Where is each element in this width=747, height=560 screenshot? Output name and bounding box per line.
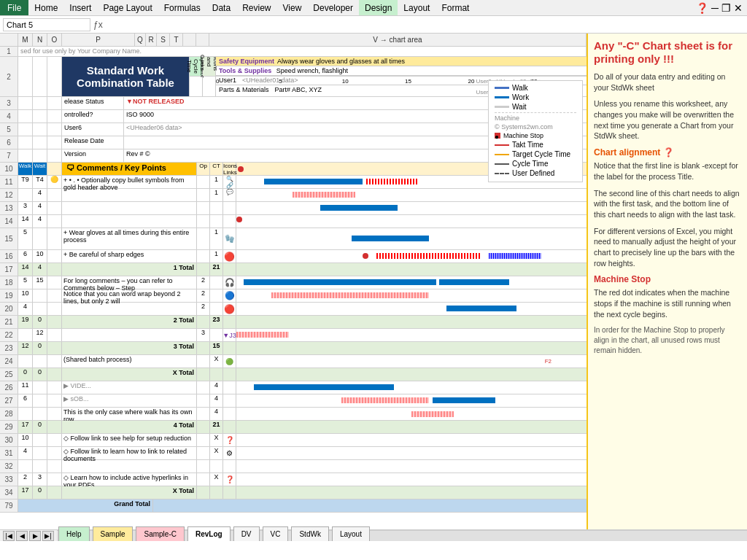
r11-t4: T4 xyxy=(33,176,47,188)
legend-walk: Walk xyxy=(495,84,576,92)
close-icon[interactable]: ✕ xyxy=(734,2,743,14)
r18-bar2 xyxy=(439,279,509,285)
r22-bar1 xyxy=(236,332,289,338)
row-31: 31 4 ◇ Follow link to learn how to link … xyxy=(0,447,587,460)
legend-wait-line xyxy=(495,106,509,108)
horizontal-scrollbar[interactable]: |◀ ◀ ▶ ▶| Help Sample Sample-C RevLog DV… xyxy=(0,529,747,541)
chart-alignment-help-icon[interactable]: ❓ xyxy=(663,147,674,158)
menu-data[interactable]: Data xyxy=(206,0,236,15)
menu-view[interactable]: View xyxy=(277,0,308,15)
r11-comment: + • . • Optionally copy bullet symbols f… xyxy=(62,176,197,188)
r19-comment: Notice that you can word wrap beyond 2 l… xyxy=(62,289,197,302)
row-27: 27 6 ▶ sOB... 4 xyxy=(0,394,587,408)
r16-comment: + Be careful of sharp edges xyxy=(62,250,197,262)
menu-page-layout[interactable]: Page Layout xyxy=(97,0,158,15)
row-18: 18 5 15 For long comments – you can refe… xyxy=(0,276,587,289)
r31-chart xyxy=(236,447,587,459)
row-num-1: 1 xyxy=(0,47,18,56)
info-panel: Any "-C" Chart sheet is for printing onl… xyxy=(587,34,747,529)
tools-value: Speed wrench, flashlight xyxy=(276,67,348,74)
r11-bar-hatch xyxy=(366,179,419,184)
r27-bar1 xyxy=(341,397,429,403)
r14-chart xyxy=(236,215,587,228)
r33-icon: ❓ xyxy=(223,473,236,486)
user6-label: User6 xyxy=(62,123,124,136)
row-14: 14 14 4 xyxy=(0,215,587,228)
tab-bar: Help Sample Sample-C RevLog DV VC StdWk … xyxy=(57,530,747,541)
legend-cycle: Cycle Time xyxy=(495,160,576,168)
release-status-label: elease Status xyxy=(62,97,124,109)
machine-stop-title: Machine Stop xyxy=(594,274,741,284)
legend-copyright: © Systems2wn.com xyxy=(495,123,576,131)
tools-label: Tools & Supplies xyxy=(219,67,271,74)
info-title: Any "-C" Chart sheet is for printing onl… xyxy=(594,39,741,66)
row-23: 23 12 0 3 Total 15 xyxy=(0,342,587,355)
takt-indicator xyxy=(238,166,244,172)
r29-chart xyxy=(236,421,587,433)
legend-machine-label: Machine xyxy=(495,112,576,122)
menu-design[interactable]: Design xyxy=(359,0,398,15)
r20-bar xyxy=(446,306,516,311)
r19-bar xyxy=(271,292,429,298)
scale-5: 5 xyxy=(279,78,282,85)
cell-2-m xyxy=(18,57,33,96)
col-m: M xyxy=(18,34,33,46)
file-button[interactable]: File xyxy=(0,0,28,15)
r11-ct: 1 xyxy=(210,176,223,188)
row-17: 17 14 4 1 Total 21 xyxy=(0,263,587,276)
icons-links-label: Icons and Links xyxy=(203,57,216,76)
menu-home[interactable]: Home xyxy=(28,0,63,15)
r18-bar1 xyxy=(244,279,436,285)
chart-alignment-title: Chart alignment ❓ xyxy=(594,147,741,158)
r18-comment: For long comments – you can refer to Com… xyxy=(62,276,197,289)
r13-comment xyxy=(62,202,197,214)
r27-bar2 xyxy=(433,397,495,403)
r11-icons-links: 🔍🔗💬 xyxy=(223,176,236,188)
info-p3: Notice that the first line is blank -exc… xyxy=(594,160,741,182)
ops-col xyxy=(190,77,203,96)
menu-developer[interactable]: Developer xyxy=(307,0,359,15)
menu-format[interactable]: Format xyxy=(436,0,475,15)
r11-bar-work xyxy=(264,179,362,184)
r24-comment: (Shared batch process) xyxy=(62,355,197,368)
comments-header: 🗨 Comments / Key Points xyxy=(62,163,197,175)
menu-formulas[interactable]: Formulas xyxy=(158,0,206,15)
r23-total: 3 Total xyxy=(62,342,197,354)
minimize-icon[interactable]: ─ xyxy=(711,2,719,14)
help-icon[interactable]: ❓ xyxy=(696,2,708,14)
row-19: 19 10 Notice that you can word wrap beyo… xyxy=(0,289,587,303)
r16-dot xyxy=(363,253,368,259)
formula-bar: ƒx xyxy=(0,16,747,34)
icons-links-header: Icons Links xyxy=(223,163,236,175)
r24-chart: F2 xyxy=(236,355,587,368)
last-sheet-button[interactable]: ▶| xyxy=(42,531,54,541)
menu-layout[interactable]: Layout xyxy=(398,0,436,15)
menu-review[interactable]: Review xyxy=(236,0,276,15)
chart-header-area: Safety Equipment Always wear gloves and … xyxy=(216,57,587,76)
r24-icon: 🟢 xyxy=(223,355,236,368)
legend-takt-line xyxy=(495,144,509,146)
row-28: 28 This is the only case where walk has … xyxy=(0,408,587,421)
col-chart: V → chart area xyxy=(209,34,587,46)
col-p: P xyxy=(62,34,135,46)
legend-work: Work xyxy=(495,93,576,101)
r22-icon: ▼J3 xyxy=(223,329,236,341)
row-1-content: sed for use only by Your Company Name. xyxy=(18,47,587,56)
menu-insert[interactable]: Insert xyxy=(63,0,97,15)
nav-arrows: |◀ ◀ ▶ ▶| xyxy=(0,531,57,541)
r19-icon: 🔵 xyxy=(223,289,236,302)
name-box[interactable] xyxy=(3,18,90,31)
function-icon: ƒx xyxy=(93,20,103,30)
r11-op xyxy=(197,176,210,188)
cell-2-o xyxy=(47,57,62,96)
next-sheet-button[interactable]: ▶ xyxy=(29,531,41,541)
prev-sheet-button[interactable]: ◀ xyxy=(16,531,28,541)
row-20: 20 4 2 🔴 xyxy=(0,303,587,316)
tools-row: Tools & Supplies Speed wrench, flashligh… xyxy=(216,66,587,76)
r33-comment: ◇ Learn how to include active hyperlinks… xyxy=(62,473,197,486)
first-sheet-button[interactable]: |◀ xyxy=(3,531,15,541)
restore-icon[interactable]: ❐ xyxy=(721,2,731,14)
formula-input[interactable] xyxy=(106,20,744,29)
r31-comment: ◇ Follow link to learn how to link to re… xyxy=(62,447,197,459)
header-top-row: Operator Cycle Time Icons and Links Safe… xyxy=(190,57,587,77)
